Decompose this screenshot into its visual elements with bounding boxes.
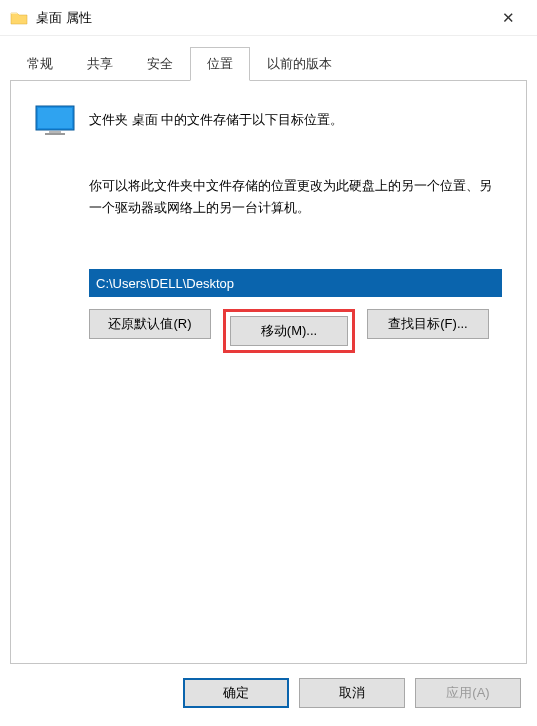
tab-previous-versions[interactable]: 以前的版本 [250,47,349,81]
cancel-button[interactable]: 取消 [299,678,405,708]
description-change-location: 你可以将此文件夹中文件存储的位置更改为此硬盘上的另一个位置、另一个驱动器或网络上… [89,175,502,219]
tab-strip: 常规 共享 安全 位置 以前的版本 [10,46,527,80]
tabs-container: 常规 共享 安全 位置 以前的版本 文件夹 桌面 中的文件存储于以下目标位置。 … [0,36,537,664]
tab-security[interactable]: 安全 [130,47,190,81]
tab-general[interactable]: 常规 [10,47,70,81]
close-button[interactable]: ✕ [487,3,529,33]
move-button[interactable]: 移动(M)... [230,316,348,346]
tab-panel-location: 文件夹 桌面 中的文件存储于以下目标位置。 你可以将此文件夹中文件存储的位置更改… [10,80,527,664]
header-row: 文件夹 桌面 中的文件存储于以下目标位置。 [35,105,502,135]
ok-button[interactable]: 确定 [183,678,289,708]
folder-icon [10,10,28,26]
path-input[interactable] [89,269,502,297]
dialog-footer: 确定 取消 应用(A) [0,664,537,726]
svg-rect-1 [38,108,72,128]
svg-rect-3 [45,133,65,135]
apply-button[interactable]: 应用(A) [415,678,521,708]
monitor-icon [35,105,75,135]
titlebar: 桌面 属性 ✕ [0,0,537,36]
properties-dialog: 桌面 属性 ✕ 常规 共享 安全 位置 以前的版本 文件夹 桌面 中的文 [0,0,537,726]
description-storage-location: 文件夹 桌面 中的文件存储于以下目标位置。 [89,111,343,129]
find-target-button[interactable]: 查找目标(F)... [367,309,489,339]
window-title: 桌面 属性 [36,9,487,27]
action-button-row: 还原默认值(R) 移动(M)... 查找目标(F)... [89,309,502,353]
svg-rect-2 [49,131,61,133]
restore-defaults-button[interactable]: 还原默认值(R) [89,309,211,339]
tab-sharing[interactable]: 共享 [70,47,130,81]
highlight-frame: 移动(M)... [223,309,355,353]
tab-location[interactable]: 位置 [190,47,250,81]
